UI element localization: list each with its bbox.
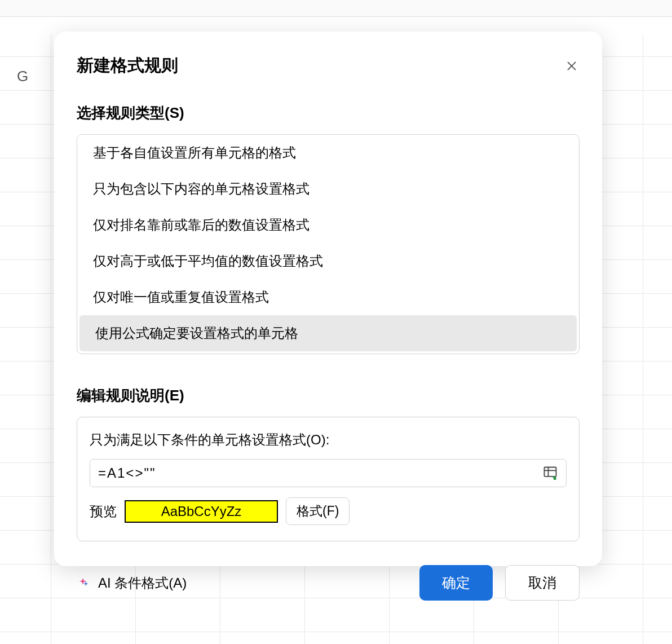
range-selector-button[interactable] — [542, 465, 558, 481]
new-format-rule-dialog: 新建格式规则 选择规则类型(S) 基于各自值设置所有单元格的格式 只为包含以下内… — [54, 32, 602, 566]
ai-link-label: AI 条件格式(A) — [98, 574, 187, 592]
edit-rule-section: 只为满足以下条件的单元格设置格式(O): 预览 AaBbCcYyZz 格式(F) — [77, 417, 580, 541]
range-selector-icon — [542, 465, 558, 481]
rule-type-item[interactable]: 基于各自值设置所有单元格的格式 — [77, 135, 579, 171]
close-icon — [565, 59, 578, 73]
cancel-button[interactable]: 取消 — [505, 565, 580, 601]
column-header-g[interactable]: G — [17, 68, 28, 85]
preview-row: 预览 AaBbCcYyZz 格式(F) — [90, 497, 567, 525]
dialog-title: 新建格式规则 — [77, 54, 178, 77]
dialog-header: 新建格式规则 — [77, 54, 580, 77]
rule-type-item[interactable]: 仅对唯一值或重复值设置格式 — [77, 279, 579, 315]
edit-condition-label: 只为满足以下条件的单元格设置格式(O): — [90, 431, 567, 449]
preview-label: 预览 — [90, 502, 117, 521]
rule-type-section-title: 选择规则类型(S) — [77, 103, 580, 123]
formula-input-row — [90, 459, 567, 487]
ok-button[interactable]: 确定 — [419, 565, 493, 601]
rule-type-item[interactable]: 仅对高于或低于平均值的数值设置格式 — [77, 243, 579, 279]
rule-type-item-selected[interactable]: 使用公式确定要设置格式的单元格 — [79, 315, 577, 351]
rule-type-list: 基于各自值设置所有单元格的格式 只为包含以下内容的单元格设置格式 仅对排名靠前或… — [77, 134, 580, 354]
format-preview-box: AaBbCcYyZz — [125, 500, 278, 523]
preview-sample-text: AaBbCcYyZz — [161, 504, 242, 519]
footer-buttons: 确定 取消 — [419, 565, 580, 601]
svg-rect-2 — [545, 467, 556, 477]
format-button[interactable]: 格式(F) — [286, 497, 350, 525]
edit-rule-section-title: 编辑规则说明(E) — [77, 386, 580, 405]
ai-conditional-format-link[interactable]: AI 条件格式(A) — [77, 574, 187, 592]
close-button[interactable] — [564, 58, 580, 74]
dialog-footer: AI 条件格式(A) 确定 取消 — [77, 565, 580, 601]
formula-input[interactable] — [98, 465, 542, 481]
ai-sparkle-icon — [77, 576, 91, 590]
toolbar-area — [0, 0, 672, 17]
rule-type-item[interactable]: 只为包含以下内容的单元格设置格式 — [77, 171, 579, 207]
rule-type-item[interactable]: 仅对排名靠前或靠后的数值设置格式 — [77, 207, 579, 243]
